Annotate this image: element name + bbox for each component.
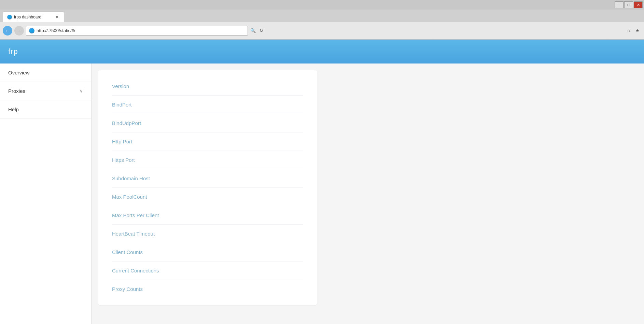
address-text: http://.7500/static/#/ <box>37 28 75 33</box>
info-label-bindudpport: BindUdpPort <box>112 120 141 126</box>
home-button[interactable]: ⌂ <box>625 27 632 34</box>
sidebar-proxies-label: Proxies <box>8 88 25 94</box>
info-row-subdomainhost: Subdomain Host <box>112 169 303 188</box>
info-row-proxycounts: Proxy Counts <box>112 280 303 298</box>
sidebar: Overview Proxies ∨ Help <box>0 64 92 324</box>
info-label-maxportsperclient: Max Ports Per Client <box>112 212 159 218</box>
app-title: frp <box>8 47 18 56</box>
info-label-subdomainhost: Subdomain Host <box>112 175 150 181</box>
info-label-currentconnections: Current Connections <box>112 268 159 273</box>
search-refresh-group: 🔍 ↻ <box>249 27 265 34</box>
title-bar: ─ □ ✕ <box>0 0 644 10</box>
refresh-button[interactable]: ↻ <box>257 27 265 34</box>
info-row-httpsport: Https Port <box>112 151 303 169</box>
window-controls: ─ □ ✕ <box>615 1 643 8</box>
minimize-button[interactable]: ─ <box>615 1 624 8</box>
info-row-bindport: BindPort <box>112 96 303 114</box>
info-row-clientcounts: Client Counts <box>112 243 303 262</box>
info-label-maxpoolcount: Max PoolCount <box>112 194 147 200</box>
info-row-maxpoolcount: Max PoolCount <box>112 188 303 206</box>
info-label-bindport: BindPort <box>112 102 132 108</box>
info-label-httpport: Http Port <box>112 139 132 144</box>
info-row-httpport: Http Port <box>112 132 303 151</box>
sidebar-item-overview[interactable]: Overview <box>0 64 91 82</box>
info-card: Version BindPort BindUdpPort Http Port H… <box>98 70 317 305</box>
sidebar-help-label: Help <box>8 107 19 112</box>
toolbar-right: ⌂ ★ <box>625 27 641 34</box>
info-row-currentconnections: Current Connections <box>112 262 303 280</box>
browser-tab[interactable]: 🌐 frps dashboard ✕ <box>3 12 64 22</box>
info-label-httpsport: Https Port <box>112 157 135 163</box>
info-row-version: Version <box>112 77 303 96</box>
app-header: frp <box>0 40 644 64</box>
info-label-clientcounts: Client Counts <box>112 249 143 255</box>
info-label-version: Version <box>112 83 129 89</box>
address-favicon-icon: 🌐 <box>29 28 34 33</box>
sidebar-overview-label: Overview <box>8 70 30 75</box>
tab-label: frps dashboard <box>14 15 41 19</box>
search-button[interactable]: 🔍 <box>249 27 257 34</box>
info-label-heartbeattimeout: HeartBeat Timeout <box>112 231 155 237</box>
favorites-button[interactable]: ★ <box>634 27 641 34</box>
info-label-proxycounts: Proxy Counts <box>112 286 143 292</box>
info-row-maxportsperclient: Max Ports Per Client <box>112 206 303 225</box>
tab-close-button[interactable]: ✕ <box>54 14 60 20</box>
sidebar-item-proxies[interactable]: Proxies ∨ <box>0 82 91 100</box>
chevron-down-icon: ∨ <box>80 88 83 94</box>
info-row-heartbeattimeout: HeartBeat Timeout <box>112 225 303 243</box>
tab-bar: 🌐 frps dashboard ✕ <box>0 10 644 22</box>
main-content: Version BindPort BindUdpPort Http Port H… <box>92 64 644 324</box>
back-button[interactable]: ← <box>3 26 12 36</box>
tab-favicon-icon: 🌐 <box>7 15 12 19</box>
address-bar[interactable]: 🌐 http://.7500/static/#/ <box>26 26 248 36</box>
sidebar-item-help[interactable]: Help <box>0 100 91 119</box>
app-body: Overview Proxies ∨ Help Version BindPort… <box>0 64 644 324</box>
navigation-bar: ← → 🌐 http://.7500/static/#/ 🔍 ↻ ⌂ ★ <box>0 22 644 40</box>
forward-button[interactable]: → <box>14 26 24 36</box>
maximize-button[interactable]: □ <box>624 1 633 8</box>
address-bar-container: 🌐 http://.7500/static/#/ 🔍 ↻ <box>26 26 265 36</box>
close-button[interactable]: ✕ <box>634 1 643 8</box>
info-row-bindudpport: BindUdpPort <box>112 114 303 132</box>
